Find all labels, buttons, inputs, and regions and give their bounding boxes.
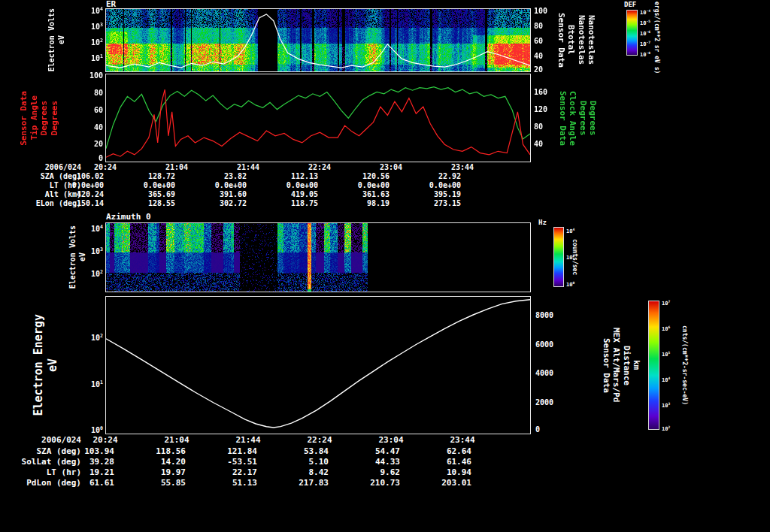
annot-value: 5.10 (276, 458, 329, 467)
annot-value: 118.56 (133, 447, 186, 456)
annot-value: 19.97 (133, 468, 186, 477)
btotal-ylabel-line: Sensor Data (556, 13, 565, 68)
energy-distance-plot (105, 296, 531, 434)
counts-colorbar-tick: 106 (662, 325, 670, 333)
energy-right-tick: 6000 (535, 340, 553, 349)
energy-right-tick: 4000 (535, 369, 553, 377)
time-label: 21:44 (223, 436, 274, 445)
er-left-tick: 102 (76, 38, 103, 47)
azimuth-ylabel-line: Electron Volts (69, 225, 77, 289)
def-colorbar-tick: 10-4 (640, 9, 650, 17)
azimuth-ylabel-line: eV (79, 252, 87, 261)
annot-value: 10.94 (419, 468, 471, 477)
clock-angle-ylabel-line: Degrees (589, 101, 598, 135)
annot-value: 365.69 (123, 190, 175, 198)
time-label: 20:24 (80, 163, 131, 171)
annot-value: 120.56 (337, 172, 390, 180)
counts-colorbar-tick: 103 (662, 402, 670, 410)
annot-value: 112.13 (265, 172, 318, 180)
er-right-tick: 80 (534, 22, 543, 30)
energy-ylabel: Electron EnergyeV (33, 296, 59, 434)
er-right-tick: 100 (534, 7, 547, 15)
annot-value: 54.47 (347, 447, 400, 456)
annot-value: 106.02 (51, 172, 104, 180)
energy-right-tick: 2000 (535, 398, 553, 407)
annot-value: 128.55 (123, 199, 175, 207)
def-colorbar-units-line: ergs/(cm**2 sr eV s) (653, 2, 659, 74)
time-label: 22:24 (294, 436, 345, 445)
annot-value: 273.15 (408, 199, 461, 207)
annot-value: 9.62 (347, 468, 400, 477)
angles-lines (106, 74, 530, 162)
er-left-tick: 104 (76, 7, 103, 15)
clock-angle-ylabel: Sensor DataClock AngleDegreesDegrees (558, 74, 597, 162)
annot-value: 55.85 (133, 479, 186, 488)
time-label: 21:44 (223, 163, 274, 171)
energy-ylabel-line: Electron Energy (33, 314, 45, 416)
annot-value: 61.46 (419, 458, 471, 467)
counts-colorbar-tick: 107 (662, 300, 670, 307)
er-right-tick: 20 (534, 65, 543, 74)
time-label: 22:24 (294, 163, 345, 171)
angles-left-tick: 0 (76, 154, 103, 162)
time-label: 23:44 (437, 163, 488, 171)
date-label: 2006/024 (11, 163, 81, 171)
btotal-overlay-line (106, 9, 530, 71)
annot-value: 210.73 (347, 479, 400, 488)
tip-angle-ylabel-line: Degrees (40, 101, 49, 135)
time-label: 21:04 (151, 436, 202, 445)
clock-angle-ylabel-line: Clock Angle (568, 91, 578, 146)
energy-ylabel-line: eV (47, 358, 59, 372)
angles-plot (105, 74, 531, 162)
counts-colorbar-tick: 105 (662, 351, 670, 358)
energy-left-tick: 101 (76, 380, 103, 388)
annot-value: 0.0e+00 (51, 181, 104, 189)
azimuth-spectrogram-plot (105, 222, 531, 292)
annot-value: 62.64 (419, 447, 471, 456)
tip-angle-ylabel-line: Sensor Data (20, 91, 29, 146)
time-label: 23:04 (365, 436, 417, 445)
time-label: 21:04 (151, 163, 202, 171)
def-colorbar-title: DEF (624, 2, 636, 9)
annot-value: 391.60 (194, 190, 247, 198)
hz-colorbar (553, 227, 564, 287)
spacecraft-data-plot-page: ER Azimuth 0 DEF Hz 10410310210110080604… (0, 0, 770, 532)
btotal-ylabel-line: Nanoteslas (587, 15, 596, 65)
time-label: 23:44 (437, 436, 488, 445)
annot-value: 14.20 (133, 458, 186, 467)
distance-ylabel-line: km (632, 360, 641, 370)
tip-angle-ylabel: Sensor DataTip AngleDegreesDegrees (20, 74, 59, 162)
annot-value: 419.05 (265, 190, 318, 198)
er-ylabel-line: Electron Volts (48, 8, 56, 71)
btotal-ylabel-line: Btotal (567, 25, 576, 55)
data-trace (106, 300, 530, 428)
tip-angle-ylabel-line: Tip Angle (30, 95, 39, 141)
annot-value: 44.33 (347, 458, 400, 467)
date-label: 2006/024 (11, 436, 81, 445)
counts-colorbar-tick: 102 (662, 425, 670, 433)
annot-value: 8.42 (276, 468, 329, 477)
energy-right-tick: 8000 (535, 311, 553, 319)
energy-left-tick: 102 (76, 334, 103, 342)
hz-colorbar-units-line: counts/sec (571, 239, 578, 275)
annot-value: 0.0e+00 (123, 181, 175, 189)
counts-colorbar (648, 301, 659, 430)
def-colorbar-tick: 10-5 (640, 20, 650, 27)
counts-colorbar-units: cnts/(cm**2-sr-sec-eV) (681, 299, 687, 431)
annot-value: 23.82 (194, 172, 247, 180)
er-ylabel: Electron VoltseV (48, 8, 65, 72)
def-colorbar-tick: 10-6 (640, 30, 650, 38)
distance-ylabel-line: MEX Alt/Mars/Pd (612, 328, 621, 402)
hz-colorbar-title: Hz (538, 219, 547, 227)
annot-value: 0.0e+00 (265, 181, 318, 189)
angles-right-tick: 80 (534, 122, 543, 131)
distance-ylabel: Sensor DataMEX Alt/Mars/PdDistancekm (602, 296, 641, 434)
annot-value: 19.21 (62, 468, 114, 477)
time-label: 20:24 (80, 436, 131, 445)
def-colorbar-tick: 10-8 (640, 51, 650, 59)
er-left-tick: 103 (76, 23, 103, 31)
counts-colorbar-units-line: cnts/(cm**2-sr-sec-eV) (681, 325, 687, 405)
annot-value: 103.94 (62, 447, 114, 456)
btotal-ylabel-line: Nanoteslas (577, 15, 586, 65)
btotal-ylabel: Sensor DataBtotalNanoteslasNanoteslas (556, 7, 596, 73)
